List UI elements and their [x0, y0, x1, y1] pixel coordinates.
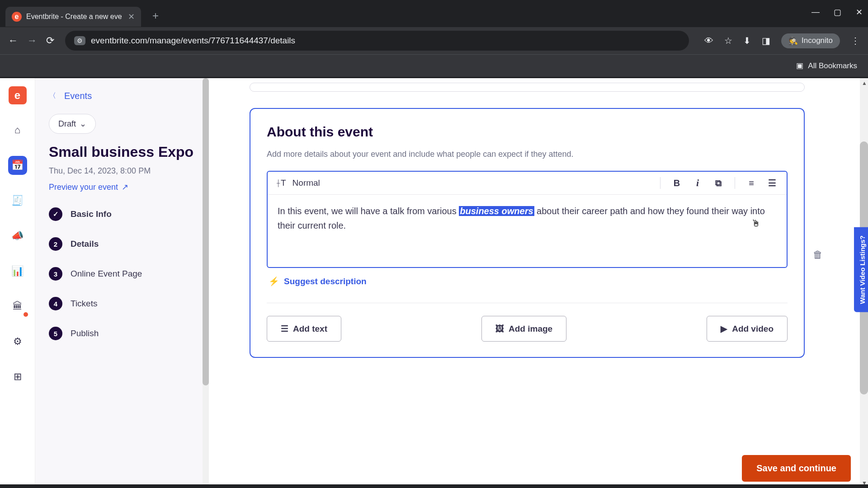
- suggest-description-button[interactable]: ⚡ Suggest description: [267, 276, 788, 286]
- step-label: Tickets: [71, 299, 97, 309]
- window-controls: — ▢ ✕: [811, 7, 863, 17]
- main-content: ▲ ▼ About this event Add more details ab…: [209, 78, 868, 488]
- rich-text-editor: ⟊T Normal B i ⧉ ≡ ☰ In this event, we wi…: [267, 171, 788, 268]
- download-icon[interactable]: ⬇: [743, 35, 751, 46]
- add-video-button[interactable]: ▶ Add video: [707, 316, 788, 342]
- image-icon: 🖼: [495, 324, 504, 334]
- previous-card-edge: [250, 83, 805, 92]
- step-online-event-page[interactable]: 3 Online Event Page: [49, 267, 195, 281]
- about-title: About this event: [267, 124, 788, 140]
- check-icon: ✓: [49, 207, 62, 221]
- address-bar[interactable]: ⚙ eventbrite.com/manage/events/776711644…: [65, 31, 689, 51]
- editor-toolbar: ⟊T Normal B i ⧉ ≡ ☰: [268, 172, 787, 195]
- preview-label: Preview your event: [49, 183, 118, 192]
- close-tab-icon[interactable]: ✕: [128, 12, 135, 22]
- url-bar: ← → ⟳ ⚙ eventbrite.com/manage/events/776…: [0, 27, 868, 54]
- home-icon[interactable]: ⌂: [8, 121, 27, 140]
- about-event-card: About this event Add more details about …: [250, 108, 805, 358]
- megaphone-icon[interactable]: 📣: [8, 226, 27, 245]
- tab-title: Eventbrite - Create a new eve: [26, 13, 123, 21]
- link-button[interactable]: ⧉: [712, 178, 725, 188]
- folder-icon: ▣: [796, 61, 803, 70]
- site-info-icon[interactable]: ⚙: [74, 36, 85, 45]
- browser-tab[interactable]: e Eventbrite - Create a new eve ✕: [5, 7, 141, 27]
- sidepanel-icon[interactable]: ◨: [762, 35, 770, 46]
- external-link-icon: ↗: [122, 182, 128, 192]
- italic-button[interactable]: i: [691, 177, 704, 189]
- tab-bar: e Eventbrite - Create a new eve ✕ + — ▢ …: [0, 0, 868, 27]
- events-back-link[interactable]: 〈 Events: [49, 91, 195, 101]
- video-listings-tab[interactable]: Want Video Listings?: [854, 227, 868, 312]
- apps-icon[interactable]: ⊞: [8, 367, 27, 386]
- reports-icon[interactable]: 📊: [8, 262, 27, 281]
- unordered-list-button[interactable]: ☰: [766, 178, 778, 188]
- text-selection: business owners: [459, 206, 534, 216]
- star-icon[interactable]: ☆: [724, 35, 732, 46]
- nav-buttons: ← → ⟳: [8, 35, 54, 47]
- add-text-button[interactable]: ☰ Add text: [267, 316, 341, 342]
- eventbrite-favicon: e: [12, 12, 22, 22]
- text-before: In this event, we will have a talk from …: [278, 206, 459, 216]
- step-number: 2: [49, 237, 62, 251]
- sidebar: 〈 Events Draft ⌄ Small business Expo Thu…: [35, 78, 209, 488]
- list-icon: ☰: [281, 324, 288, 334]
- icon-rail: e ⌂ 📅 🧾 📣 📊 🏛 ⚙ ⊞: [0, 78, 35, 488]
- kebab-menu-icon[interactable]: ⋮: [851, 35, 860, 46]
- browser-chrome: e Eventbrite - Create a new eve ✕ + — ▢ …: [0, 0, 868, 78]
- format-label: Normal: [292, 178, 320, 188]
- ordered-list-button[interactable]: ≡: [745, 178, 758, 188]
- step-tickets[interactable]: 4 Tickets: [49, 297, 195, 310]
- step-label: Online Event Page: [71, 269, 142, 279]
- bold-button[interactable]: B: [670, 178, 683, 188]
- toolbar-separator: [660, 177, 660, 189]
- preview-event-link[interactable]: Preview your event ↗: [49, 182, 195, 192]
- sidebar-scrollbar-thumb[interactable]: [203, 78, 209, 385]
- scroll-up-icon[interactable]: ▲: [862, 80, 867, 86]
- step-label: Details: [71, 239, 99, 249]
- new-tab-button[interactable]: +: [147, 8, 164, 24]
- incognito-label: Incognito: [802, 36, 833, 45]
- reload-icon[interactable]: ⟳: [46, 35, 54, 47]
- eye-off-icon[interactable]: 👁: [704, 36, 713, 46]
- about-subtitle: Add more details about your event and in…: [267, 150, 788, 159]
- taskbar: [0, 484, 868, 488]
- step-label: Basic Info: [71, 209, 112, 219]
- finance-icon[interactable]: 🏛: [8, 297, 27, 316]
- step-details[interactable]: 2 Details: [49, 237, 195, 251]
- all-bookmarks-link[interactable]: All Bookmarks: [808, 61, 857, 70]
- events-link-label: Events: [64, 91, 92, 101]
- incognito-icon: 🕵: [788, 36, 798, 46]
- text-format-icon: ⟊T: [276, 178, 286, 188]
- format-dropdown[interactable]: ⟊T Normal: [276, 178, 320, 188]
- status-dropdown[interactable]: Draft ⌄: [49, 114, 96, 134]
- settings-icon[interactable]: ⚙: [8, 332, 27, 351]
- chevron-left-icon: 〈: [49, 91, 56, 101]
- suggest-label: Suggest description: [284, 277, 367, 286]
- minimize-icon[interactable]: —: [811, 7, 820, 17]
- calendar-icon[interactable]: 📅: [8, 156, 27, 175]
- forward-icon[interactable]: →: [27, 35, 37, 47]
- add-text-label: Add text: [293, 324, 327, 334]
- step-publish[interactable]: 5 Publish: [49, 327, 195, 340]
- address-actions: 👁 ☆ ⬇ ◨ 🕵 Incognito ⋮: [704, 33, 860, 48]
- step-number: 4: [49, 297, 62, 310]
- save-continue-button[interactable]: Save and continue: [742, 455, 851, 482]
- orders-icon[interactable]: 🧾: [8, 191, 27, 210]
- step-basic-info[interactable]: ✓ Basic Info: [49, 207, 195, 221]
- event-date: Thu, Dec 14, 2023, 8:00 PM: [49, 166, 195, 176]
- incognito-chip[interactable]: 🕵 Incognito: [781, 33, 840, 48]
- add-video-label: Add video: [732, 324, 774, 334]
- maximize-icon[interactable]: ▢: [833, 7, 842, 17]
- video-icon: ▶: [721, 324, 727, 334]
- close-window-icon[interactable]: ✕: [854, 7, 863, 17]
- notification-dot: [24, 312, 28, 317]
- footer-bar: Save and continue: [209, 455, 868, 482]
- trash-icon[interactable]: 🗑: [813, 249, 823, 261]
- add-image-button[interactable]: 🖼 Add image: [481, 316, 566, 342]
- editor-textarea[interactable]: In this event, we will have a talk from …: [268, 195, 787, 267]
- chevron-down-icon: ⌄: [80, 119, 86, 129]
- steps-list: ✓ Basic Info 2 Details 3 Online Event Pa…: [49, 207, 195, 340]
- back-icon[interactable]: ←: [8, 35, 18, 47]
- page-content: e ⌂ 📅 🧾 📣 📊 🏛 ⚙ ⊞ 〈 Events Draft ⌄ Small…: [0, 78, 868, 488]
- eventbrite-logo[interactable]: e: [9, 86, 27, 104]
